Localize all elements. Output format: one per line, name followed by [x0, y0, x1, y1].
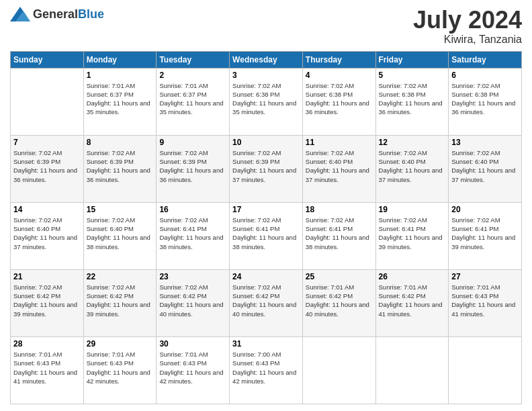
day-cell: 30 Sunrise: 7:01 AM Sunset: 6:43 PM Dayl…: [157, 336, 230, 404]
day-number: 10: [232, 138, 300, 147]
day-number: 8: [87, 138, 154, 147]
day-info: Sunrise: 7:02 AM Sunset: 6:42 PM Dayligh…: [159, 283, 226, 318]
logo: GeneralBlue: [10, 7, 104, 21]
day-info: Sunrise: 7:02 AM Sunset: 6:41 PM Dayligh…: [159, 216, 226, 251]
day-info: Sunrise: 7:01 AM Sunset: 6:37 PM Dayligh…: [87, 81, 154, 117]
day-cell: 1 Sunrise: 7:01 AM Sunset: 6:37 PM Dayli…: [83, 68, 157, 135]
day-cell: 31 Sunrise: 7:00 AM Sunset: 6:43 PM Dayl…: [230, 336, 303, 404]
day-info: Sunrise: 7:01 AM Sunset: 6:43 PM Dayligh…: [87, 350, 154, 385]
daylight: Daylight: 11 hours and 39 minutes.: [379, 234, 443, 250]
day-cell: 20 Sunrise: 7:02 AM Sunset: 6:41 PM Dayl…: [449, 202, 522, 269]
sunset: Sunset: 6:39 PM: [232, 158, 279, 165]
sunrise: Sunrise: 7:01 AM: [13, 351, 62, 358]
day-cell: 19 Sunrise: 7:02 AM Sunset: 6:41 PM Dayl…: [375, 202, 449, 269]
daylight: Daylight: 11 hours and 42 minutes.: [232, 369, 296, 385]
sunset: Sunset: 6:38 PM: [232, 91, 279, 98]
daylight: Daylight: 11 hours and 36 minutes.: [13, 167, 77, 183]
day-number: 15: [87, 205, 154, 214]
day-cell: [449, 336, 522, 404]
sunset: Sunset: 6:40 PM: [306, 158, 353, 165]
day-info: Sunrise: 7:02 AM Sunset: 6:41 PM Dayligh…: [232, 216, 300, 251]
sunrise: Sunrise: 7:01 AM: [159, 351, 208, 358]
day-number: 5: [379, 71, 446, 80]
day-cell: 24 Sunrise: 7:02 AM Sunset: 6:42 PM Dayl…: [230, 269, 303, 336]
day-number: 1: [87, 71, 154, 80]
day-number: 4: [306, 71, 373, 80]
day-cell: 11 Sunrise: 7:02 AM Sunset: 6:40 PM Dayl…: [302, 135, 375, 202]
logo-general: General: [33, 7, 78, 21]
logo-blue: Blue: [78, 7, 104, 21]
day-number: 29: [87, 339, 154, 349]
sunrise: Sunrise: 7:01 AM: [451, 283, 500, 291]
daylight: Daylight: 11 hours and 35 minutes.: [232, 99, 296, 116]
sunrise: Sunrise: 7:02 AM: [306, 82, 354, 89]
day-info: Sunrise: 7:01 AM Sunset: 6:43 PM Dayligh…: [451, 283, 519, 318]
sunset: Sunset: 6:43 PM: [13, 359, 60, 367]
daylight: Daylight: 11 hours and 36 minutes.: [451, 99, 515, 116]
day-info: Sunrise: 7:02 AM Sunset: 6:39 PM Dayligh…: [232, 148, 300, 184]
day-cell: 4 Sunrise: 7:02 AM Sunset: 6:38 PM Dayli…: [302, 68, 375, 135]
sunset: Sunset: 6:42 PM: [306, 292, 353, 300]
day-number: 2: [159, 71, 226, 80]
day-number: 18: [306, 205, 373, 214]
day-cell: 15 Sunrise: 7:02 AM Sunset: 6:40 PM Dayl…: [83, 202, 157, 269]
page: GeneralBlue July 2024 Kiwira, Tanzania S…: [0, 0, 532, 411]
day-cell: 26 Sunrise: 7:01 AM Sunset: 6:42 PM Dayl…: [375, 269, 449, 336]
sunrise: Sunrise: 7:02 AM: [232, 149, 281, 156]
sunset: Sunset: 6:41 PM: [306, 225, 353, 232]
sunset: Sunset: 6:42 PM: [379, 292, 426, 300]
day-cell: 22 Sunrise: 7:02 AM Sunset: 6:42 PM Dayl…: [83, 269, 157, 336]
daylight: Daylight: 11 hours and 35 minutes.: [87, 99, 150, 116]
sunrise: Sunrise: 7:02 AM: [13, 283, 62, 291]
day-cell: 23 Sunrise: 7:02 AM Sunset: 6:42 PM Dayl…: [157, 269, 230, 336]
sunset: Sunset: 6:38 PM: [306, 91, 353, 98]
daylight: Daylight: 11 hours and 42 minutes.: [87, 369, 150, 385]
day-info: Sunrise: 7:02 AM Sunset: 6:42 PM Dayligh…: [232, 283, 300, 318]
day-info: Sunrise: 7:02 AM Sunset: 6:38 PM Dayligh…: [451, 81, 519, 117]
day-info: Sunrise: 7:02 AM Sunset: 6:40 PM Dayligh…: [87, 216, 154, 251]
day-number: 13: [451, 138, 519, 147]
location-title: Kiwira, Tanzania: [413, 34, 522, 46]
day-info: Sunrise: 7:00 AM Sunset: 6:43 PM Dayligh…: [232, 350, 300, 385]
day-number: 23: [159, 272, 226, 281]
daylight: Daylight: 11 hours and 35 minutes.: [159, 99, 223, 116]
sunset: Sunset: 6:41 PM: [451, 225, 498, 232]
daylight: Daylight: 11 hours and 38 minutes.: [159, 234, 223, 250]
column-header-sunday: Sunday: [11, 51, 84, 68]
day-number: 28: [13, 339, 81, 349]
daylight: Daylight: 11 hours and 39 minutes.: [13, 301, 77, 317]
day-number: 26: [379, 272, 446, 281]
day-number: 19: [379, 205, 446, 214]
title-section: July 2024 Kiwira, Tanzania: [413, 7, 522, 46]
sunrise: Sunrise: 7:02 AM: [232, 82, 281, 89]
daylight: Daylight: 11 hours and 36 minutes.: [159, 167, 223, 183]
sunrise: Sunrise: 7:01 AM: [87, 351, 135, 358]
day-cell: 25 Sunrise: 7:01 AM Sunset: 6:42 PM Dayl…: [302, 269, 375, 336]
sunset: Sunset: 6:38 PM: [379, 91, 426, 98]
sunrise: Sunrise: 7:02 AM: [379, 216, 427, 224]
logo-text: GeneralBlue: [33, 7, 104, 21]
sunset: Sunset: 6:37 PM: [87, 91, 134, 98]
sunrise: Sunrise: 7:01 AM: [379, 283, 427, 291]
day-cell: 27 Sunrise: 7:01 AM Sunset: 6:43 PM Dayl…: [449, 269, 522, 336]
sunset: Sunset: 6:42 PM: [159, 292, 206, 300]
sunset: Sunset: 6:39 PM: [87, 158, 134, 165]
sunrise: Sunrise: 7:02 AM: [159, 149, 208, 156]
day-number: 9: [159, 138, 226, 147]
sunrise: Sunrise: 7:01 AM: [87, 82, 135, 89]
sunrise: Sunrise: 7:02 AM: [159, 283, 208, 291]
sunset: Sunset: 6:43 PM: [451, 292, 498, 300]
column-header-friday: Friday: [375, 51, 449, 68]
day-cell: 14 Sunrise: 7:02 AM Sunset: 6:40 PM Dayl…: [11, 202, 84, 269]
day-info: Sunrise: 7:02 AM Sunset: 6:41 PM Dayligh…: [451, 216, 519, 251]
day-cell: 16 Sunrise: 7:02 AM Sunset: 6:41 PM Dayl…: [157, 202, 230, 269]
day-cell: 2 Sunrise: 7:01 AM Sunset: 6:37 PM Dayli…: [157, 68, 230, 135]
daylight: Daylight: 11 hours and 37 minutes.: [232, 167, 296, 183]
sunrise: Sunrise: 7:02 AM: [13, 149, 62, 156]
sunrise: Sunrise: 7:02 AM: [87, 283, 135, 291]
daylight: Daylight: 11 hours and 39 minutes.: [87, 301, 150, 317]
column-header-monday: Monday: [83, 51, 157, 68]
day-cell: 8 Sunrise: 7:02 AM Sunset: 6:39 PM Dayli…: [83, 135, 157, 202]
day-number: 7: [13, 138, 81, 147]
day-info: Sunrise: 7:02 AM Sunset: 6:40 PM Dayligh…: [13, 216, 81, 251]
